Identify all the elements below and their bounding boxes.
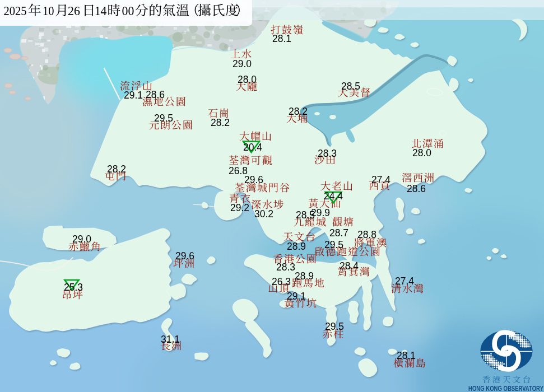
svg-text:28.7: 28.7 — [329, 227, 348, 239]
svg-text:28.0: 28.0 — [412, 147, 431, 158]
svg-text:28.1: 28.1 — [397, 350, 416, 361]
svg-text:29.6: 29.6 — [175, 250, 194, 262]
svg-text:28.9: 28.9 — [295, 270, 314, 282]
svg-text:28.2: 28.2 — [211, 117, 230, 128]
svg-text:28.8: 28.8 — [357, 229, 376, 240]
svg-text:28.9: 28.9 — [287, 241, 306, 252]
svg-text:29.1: 29.1 — [287, 291, 306, 302]
svg-text:29.6: 29.6 — [244, 174, 263, 185]
svg-text:26.3: 26.3 — [272, 276, 291, 287]
svg-text:29.5: 29.5 — [154, 113, 173, 124]
svg-text:2025: 2025 — [3, 3, 26, 18]
svg-text:28.2: 28.2 — [289, 106, 308, 117]
svg-text:29.5: 29.5 — [325, 321, 344, 332]
svg-text:28.3: 28.3 — [318, 148, 337, 159]
svg-text:28.1: 28.1 — [272, 33, 291, 44]
svg-text:28.4: 28.4 — [340, 260, 359, 272]
svg-text:26: 26 — [68, 3, 80, 18]
svg-text:28.6: 28.6 — [407, 183, 426, 194]
svg-text:27.4: 27.4 — [371, 174, 390, 185]
svg-text:29.1: 29.1 — [124, 90, 143, 101]
svg-text:20.4: 20.4 — [243, 142, 262, 153]
svg-text:29.0: 29.0 — [72, 234, 91, 245]
svg-text:28.5: 28.5 — [341, 81, 360, 92]
svg-text:27.4: 27.4 — [395, 276, 414, 287]
svg-text:28.6: 28.6 — [146, 89, 165, 100]
svg-text:00: 00 — [122, 3, 134, 18]
svg-text:24.4: 24.4 — [324, 190, 343, 202]
svg-text:28.3: 28.3 — [276, 262, 295, 273]
svg-text:HONG KONG OBSERVATORY: HONG KONG OBSERVATORY — [468, 385, 544, 392]
svg-text:28.2: 28.2 — [107, 164, 126, 175]
svg-text:29.2: 29.2 — [230, 202, 249, 213]
svg-text:25.3: 25.3 — [64, 282, 83, 293]
svg-text:29.0: 29.0 — [233, 58, 252, 69]
svg-text:31.1: 31.1 — [161, 334, 180, 345]
svg-text:10: 10 — [43, 3, 54, 18]
svg-text:30.2: 30.2 — [254, 208, 273, 220]
svg-text:14: 14 — [95, 3, 107, 18]
svg-text:28.5: 28.5 — [296, 209, 315, 221]
svg-text:29.5: 29.5 — [324, 239, 343, 250]
svg-text:28.0: 28.0 — [238, 74, 257, 85]
